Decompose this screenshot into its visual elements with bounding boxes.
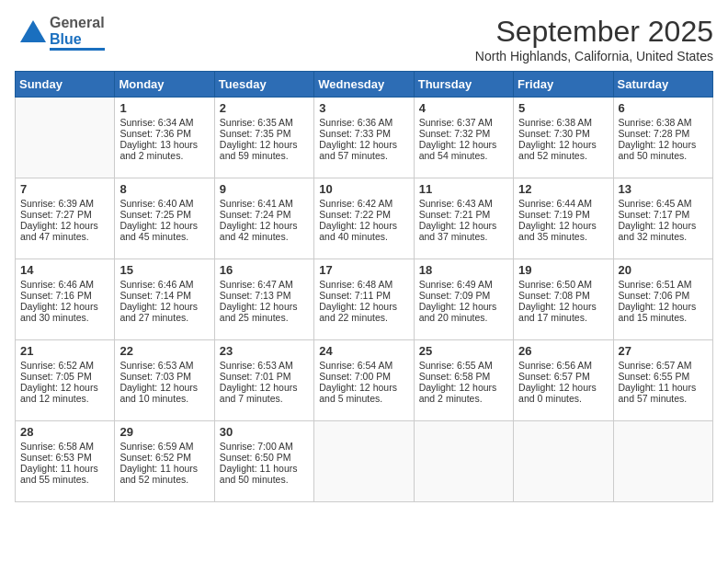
- sunset-text: Sunset: 7:11 PM: [319, 290, 408, 301]
- daylight-text: Daylight: 11 hours and 50 minutes.: [220, 463, 309, 485]
- daylight-text: Daylight: 12 hours and 40 minutes.: [319, 220, 408, 242]
- page-header: General Blue September 2025 North Highla…: [15, 15, 713, 63]
- day-number: 9: [220, 182, 309, 196]
- calendar-cell: 6Sunrise: 6:38 AMSunset: 7:28 PMDaylight…: [613, 98, 712, 178]
- sunrise-text: Sunrise: 6:59 AM: [119, 441, 209, 452]
- sunrise-text: Sunrise: 6:46 AM: [119, 279, 209, 290]
- calendar-cell: [514, 421, 613, 502]
- sunset-text: Sunset: 7:35 PM: [220, 128, 309, 139]
- day-number: 11: [419, 182, 508, 196]
- week-row-4: 21Sunrise: 6:52 AMSunset: 7:05 PMDayligh…: [16, 340, 713, 421]
- day-number: 12: [518, 182, 608, 196]
- calendar-cell: 26Sunrise: 6:56 AMSunset: 6:57 PMDayligh…: [514, 340, 613, 421]
- sunset-text: Sunset: 7:08 PM: [518, 290, 608, 301]
- day-number: 23: [220, 344, 309, 358]
- daylight-text: Daylight: 12 hours and 7 minutes.: [220, 382, 309, 404]
- calendar-cell: 28Sunrise: 6:58 AMSunset: 6:53 PMDayligh…: [16, 421, 115, 502]
- sunrise-text: Sunrise: 6:53 AM: [220, 360, 309, 371]
- calendar-cell: 9Sunrise: 6:41 AMSunset: 7:24 PMDaylight…: [214, 178, 313, 259]
- calendar-cell: 5Sunrise: 6:38 AMSunset: 7:30 PMDaylight…: [514, 98, 613, 178]
- sunrise-text: Sunrise: 6:39 AM: [20, 198, 109, 209]
- calendar-table: SundayMondayTuesdayWednesdayThursdayFrid…: [15, 71, 713, 502]
- day-number: 10: [319, 182, 408, 196]
- calendar-cell: 22Sunrise: 6:53 AMSunset: 7:03 PMDayligh…: [115, 340, 214, 421]
- week-row-5: 28Sunrise: 6:58 AMSunset: 6:53 PMDayligh…: [16, 421, 713, 502]
- sunrise-text: Sunrise: 6:52 AM: [20, 360, 109, 371]
- sunset-text: Sunset: 7:25 PM: [119, 209, 209, 220]
- month-title: September 2025: [475, 15, 713, 49]
- calendar-cell: 14Sunrise: 6:46 AMSunset: 7:16 PMDayligh…: [16, 259, 115, 340]
- day-number: 22: [119, 344, 209, 358]
- day-number: 25: [419, 344, 508, 358]
- logo-blue-text: Blue: [50, 31, 105, 48]
- daylight-text: Daylight: 13 hours and 2 minutes.: [119, 139, 209, 161]
- sunset-text: Sunset: 7:22 PM: [319, 209, 408, 220]
- svg-marker-0: [20, 20, 46, 42]
- sunset-text: Sunset: 7:30 PM: [518, 128, 608, 139]
- daylight-text: Daylight: 12 hours and 50 minutes.: [619, 139, 708, 161]
- calendar-cell: 19Sunrise: 6:50 AMSunset: 7:08 PMDayligh…: [514, 259, 613, 340]
- calendar-cell: 8Sunrise: 6:40 AMSunset: 7:25 PMDaylight…: [115, 178, 214, 259]
- daylight-text: Daylight: 11 hours and 55 minutes.: [20, 463, 109, 485]
- day-number: 1: [119, 101, 209, 115]
- sunset-text: Sunset: 7:19 PM: [518, 209, 608, 220]
- sunset-text: Sunset: 6:57 PM: [518, 371, 608, 382]
- sunset-text: Sunset: 7:14 PM: [119, 290, 209, 301]
- location-subtitle: North Highlands, California, United Stat…: [475, 49, 713, 63]
- sunset-text: Sunset: 6:58 PM: [419, 371, 508, 382]
- sunset-text: Sunset: 7:27 PM: [20, 209, 109, 220]
- day-number: 19: [518, 263, 608, 277]
- daylight-text: Daylight: 11 hours and 52 minutes.: [119, 463, 209, 485]
- sunset-text: Sunset: 7:03 PM: [119, 371, 209, 382]
- calendar-header: SundayMondayTuesdayWednesdayThursdayFrid…: [16, 72, 713, 98]
- calendar-cell: 10Sunrise: 6:42 AMSunset: 7:22 PMDayligh…: [314, 178, 414, 259]
- daylight-text: Daylight: 12 hours and 52 minutes.: [518, 139, 608, 161]
- calendar-cell: 23Sunrise: 6:53 AMSunset: 7:01 PMDayligh…: [214, 340, 313, 421]
- logo-underline: [50, 48, 105, 51]
- sunrise-text: Sunrise: 6:57 AM: [619, 360, 708, 371]
- sunrise-text: Sunrise: 6:56 AM: [518, 360, 608, 371]
- sunset-text: Sunset: 6:55 PM: [619, 371, 708, 382]
- calendar-cell: 7Sunrise: 6:39 AMSunset: 7:27 PMDaylight…: [16, 178, 115, 259]
- day-number: 13: [619, 182, 708, 196]
- sunset-text: Sunset: 7:21 PM: [419, 209, 508, 220]
- day-number: 28: [20, 425, 109, 439]
- daylight-text: Daylight: 12 hours and 17 minutes.: [518, 301, 608, 323]
- sunrise-text: Sunrise: 6:34 AM: [119, 117, 209, 128]
- calendar-cell: 29Sunrise: 6:59 AMSunset: 6:52 PMDayligh…: [115, 421, 214, 502]
- sunset-text: Sunset: 7:09 PM: [419, 290, 508, 301]
- calendar-cell: 25Sunrise: 6:55 AMSunset: 6:58 PMDayligh…: [414, 340, 513, 421]
- calendar-cell: 21Sunrise: 6:52 AMSunset: 7:05 PMDayligh…: [16, 340, 115, 421]
- sunrise-text: Sunrise: 6:48 AM: [319, 279, 408, 290]
- daylight-text: Daylight: 12 hours and 25 minutes.: [220, 301, 309, 323]
- day-number: 21: [20, 344, 109, 358]
- day-number: 24: [319, 344, 408, 358]
- sunset-text: Sunset: 7:36 PM: [119, 128, 209, 139]
- daylight-text: Daylight: 12 hours and 32 minutes.: [619, 220, 708, 242]
- sunrise-text: Sunrise: 6:43 AM: [419, 198, 508, 209]
- calendar-cell: 13Sunrise: 6:45 AMSunset: 7:17 PMDayligh…: [613, 178, 712, 259]
- sunrise-text: Sunrise: 6:58 AM: [20, 441, 109, 452]
- sunrise-text: Sunrise: 6:45 AM: [619, 198, 708, 209]
- day-header-wednesday: Wednesday: [314, 72, 414, 98]
- title-section: September 2025 North Highlands, Californ…: [475, 15, 713, 63]
- day-header-friday: Friday: [514, 72, 613, 98]
- sunset-text: Sunset: 7:06 PM: [619, 290, 708, 301]
- day-number: 17: [319, 263, 408, 277]
- daylight-text: Daylight: 12 hours and 27 minutes.: [119, 301, 209, 323]
- daylight-text: Daylight: 12 hours and 0 minutes.: [518, 382, 608, 404]
- sunset-text: Sunset: 7:28 PM: [619, 128, 708, 139]
- day-number: 20: [619, 263, 708, 277]
- daylight-text: Daylight: 11 hours and 57 minutes.: [619, 382, 708, 404]
- calendar-cell: 15Sunrise: 6:46 AMSunset: 7:14 PMDayligh…: [115, 259, 214, 340]
- calendar-cell: 20Sunrise: 6:51 AMSunset: 7:06 PMDayligh…: [613, 259, 712, 340]
- day-number: 29: [119, 425, 209, 439]
- sunrise-text: Sunrise: 6:53 AM: [119, 360, 209, 371]
- sunrise-text: Sunrise: 6:38 AM: [518, 117, 608, 128]
- sunrise-text: Sunrise: 6:37 AM: [419, 117, 508, 128]
- day-header-sunday: Sunday: [16, 72, 115, 98]
- sunset-text: Sunset: 7:01 PM: [220, 371, 309, 382]
- logo-general-text: General: [50, 15, 105, 31]
- daylight-text: Daylight: 12 hours and 30 minutes.: [20, 301, 109, 323]
- day-number: 26: [518, 344, 608, 358]
